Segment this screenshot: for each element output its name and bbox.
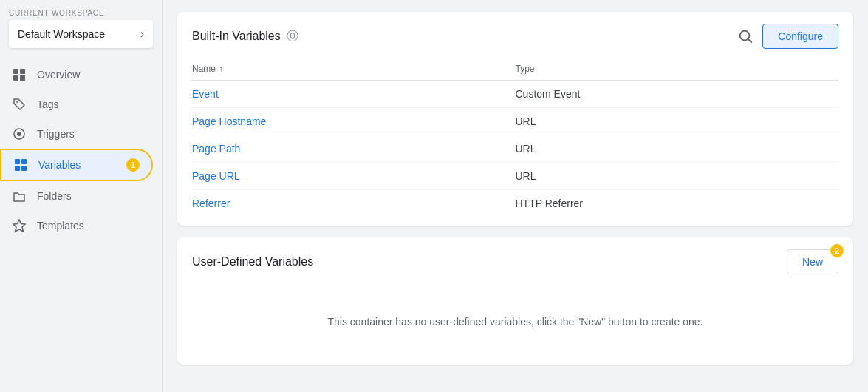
variable-type-1: URL [516, 115, 839, 127]
templates-icon [12, 218, 27, 233]
type-header-label: Type [516, 64, 535, 74]
svg-marker-11 [13, 220, 25, 232]
table-row: Page Hostname URL [192, 108, 838, 135]
builtin-variables-card: Built-In Variables ⓪ Configure Name ↑ [177, 12, 853, 226]
table-header: Name ↑ Type [192, 58, 838, 81]
new-button-badge: 2 [830, 244, 844, 257]
table-row: Event Custom Event [192, 81, 838, 108]
workspace-chevron-icon: › [140, 27, 144, 41]
svg-line-13 [748, 39, 751, 42]
svg-point-4 [16, 101, 18, 103]
table-row: Page Path URL [192, 135, 838, 163]
name-column-header: Name ↑ [192, 64, 516, 74]
sidebar-item-templates[interactable]: Templates [0, 211, 153, 240]
workspace-selector[interactable]: Default Workspace › [9, 20, 153, 48]
type-column-header: Type [516, 64, 839, 74]
user-defined-variables-card: User-Defined Variables New 2 This contai… [177, 237, 853, 365]
user-defined-variables-header: User-Defined Variables New 2 [177, 237, 853, 286]
table-row: Page URL URL [192, 163, 838, 190]
sidebar-item-tags-label: Tags [37, 98, 59, 110]
user-defined-variables-title: User-Defined Variables [192, 255, 313, 268]
svg-point-6 [17, 132, 21, 136]
triggers-icon [12, 126, 27, 141]
svg-rect-3 [20, 75, 25, 81]
svg-rect-7 [15, 159, 20, 164]
folders-icon [12, 189, 27, 203]
empty-state-message: This container has no user-defined varia… [177, 286, 853, 365]
search-button[interactable] [737, 28, 753, 44]
variable-type-3: URL [516, 170, 839, 182]
svg-rect-9 [15, 166, 20, 171]
variable-name-1[interactable]: Page Hostname [192, 115, 516, 127]
nav-list: Overview Tags Triggers [0, 60, 162, 240]
variable-name-4[interactable]: Referrer [192, 197, 516, 209]
help-icon[interactable]: ⓪ [287, 29, 298, 44]
configure-button[interactable]: Configure [762, 24, 838, 49]
variable-type-0: Custom Event [516, 88, 839, 100]
svg-rect-0 [13, 69, 18, 74]
svg-rect-1 [20, 69, 25, 74]
name-header-label: Name [192, 64, 216, 74]
variable-type-2: URL [516, 143, 839, 155]
sidebar: CURRENT WORKSPACE Default Workspace › Ov… [0, 0, 163, 392]
variables-icon [13, 158, 28, 172]
svg-rect-2 [13, 75, 18, 81]
new-button-label: New [802, 256, 823, 268]
sidebar-item-tags[interactable]: Tags [0, 89, 153, 119]
new-variable-button[interactable]: New 2 [787, 249, 838, 274]
sidebar-item-triggers-label: Triggers [37, 128, 75, 140]
name-sort-icon[interactable]: ↑ [219, 64, 223, 74]
main-content: Built-In Variables ⓪ Configure Name ↑ [163, 0, 868, 392]
tags-icon [12, 97, 27, 112]
builtin-variables-actions: Configure [737, 24, 838, 49]
sidebar-item-overview-label: Overview [37, 69, 80, 81]
variable-name-0[interactable]: Event [192, 88, 516, 100]
sidebar-item-overview[interactable]: Overview [0, 60, 153, 89]
workspace-label: CURRENT WORKSPACE [9, 9, 153, 17]
svg-rect-10 [21, 166, 27, 171]
workspace-section: CURRENT WORKSPACE Default Workspace › [0, 0, 162, 54]
sidebar-item-folders-label: Folders [37, 190, 72, 202]
sidebar-item-templates-label: Templates [37, 220, 84, 232]
variable-type-4: HTTP Referrer [516, 197, 839, 209]
builtin-variables-title-group: Built-In Variables ⓪ [192, 29, 298, 44]
variable-name-3[interactable]: Page URL [192, 170, 516, 182]
table-row: Referrer HTTP Referrer [192, 190, 838, 217]
sidebar-item-variables[interactable]: Variables 1 [0, 149, 153, 181]
svg-rect-8 [21, 159, 27, 164]
sidebar-item-triggers[interactable]: Triggers [0, 119, 153, 149]
builtin-variables-table: Name ↑ Type Event Custom Event Page Host… [177, 58, 853, 226]
overview-icon [12, 67, 27, 82]
builtin-variables-header: Built-In Variables ⓪ Configure [177, 12, 853, 58]
sidebar-item-variables-label: Variables [38, 159, 81, 171]
empty-state-text: This container has no user-defined varia… [328, 316, 703, 328]
variable-name-2[interactable]: Page Path [192, 143, 516, 155]
variables-badge: 1 [126, 158, 140, 172]
sidebar-item-folders[interactable]: Folders [0, 181, 153, 211]
builtin-variables-title: Built-In Variables [192, 30, 281, 43]
workspace-name: Default Workspace [18, 28, 105, 40]
